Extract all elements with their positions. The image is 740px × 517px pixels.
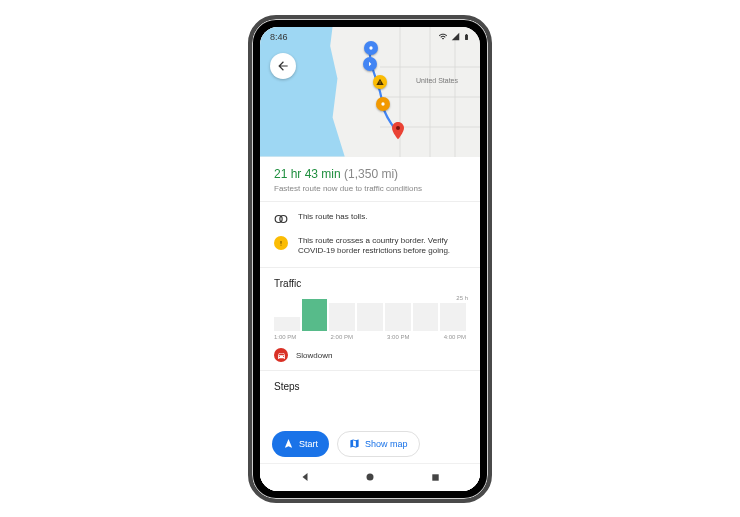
show-map-button[interactable]: Show map xyxy=(337,431,420,457)
traffic-bar xyxy=(329,303,355,331)
warning-icon xyxy=(274,236,288,250)
slowdown-icon xyxy=(274,348,288,362)
notice-tolls: This route has tolls. xyxy=(274,212,466,226)
traffic-x-label: 1:00 PM xyxy=(274,334,296,340)
start-button-label: Start xyxy=(299,439,318,449)
wifi-icon xyxy=(438,32,448,41)
square-recent-icon xyxy=(430,472,441,483)
svg-point-5 xyxy=(367,474,374,481)
svg-rect-6 xyxy=(432,474,438,480)
screen: 8:46 United States xyxy=(260,27,480,491)
route-subtitle: Fastest route now due to traffic conditi… xyxy=(274,184,466,193)
slowdown-label: Slowdown xyxy=(296,351,332,360)
route-turn-pin xyxy=(363,57,377,71)
show-map-button-label: Show map xyxy=(365,439,408,449)
signal-icon xyxy=(451,32,460,41)
route-caution-pin xyxy=(376,97,390,111)
traffic-y-label: 25 h xyxy=(456,295,468,301)
traffic-section: Traffic 25 h 1:00 PM 2:00 PM xyxy=(260,268,480,371)
arrow-left-icon xyxy=(276,59,290,73)
traffic-bar xyxy=(385,303,411,331)
svg-point-4 xyxy=(280,215,287,222)
traffic-bar xyxy=(440,303,466,331)
traffic-x-label: 4:00 PM xyxy=(444,334,466,340)
svg-point-1 xyxy=(381,102,384,105)
status-bar: 8:46 xyxy=(260,27,480,47)
route-summary: 21 hr 43 min (1,350 mi) Fastest route no… xyxy=(260,157,480,202)
notice-tolls-text: This route has tolls. xyxy=(298,212,367,223)
steps-section: Steps xyxy=(260,371,480,410)
notice-covid-text: This route crosses a country border. Ver… xyxy=(298,236,466,258)
route-warning-pin xyxy=(373,75,387,89)
traffic-title: Traffic xyxy=(274,278,466,289)
nav-home-button[interactable] xyxy=(350,471,390,483)
traffic-bar-current xyxy=(302,299,328,331)
android-nav-bar xyxy=(260,463,480,491)
status-indicators xyxy=(438,32,470,42)
back-button[interactable] xyxy=(270,53,296,79)
route-notices: This route has tolls. This route crosses… xyxy=(260,202,480,269)
nav-back-button[interactable] xyxy=(285,471,325,483)
traffic-chart: 25 h xyxy=(274,297,466,331)
battery-icon xyxy=(463,32,470,42)
svg-point-2 xyxy=(396,126,400,130)
phone-frame: 8:46 United States xyxy=(248,15,492,503)
traffic-x-label: 2:00 PM xyxy=(331,334,353,340)
triangle-back-icon xyxy=(299,471,311,483)
traffic-x-labels: 1:00 PM 2:00 PM 3:00 PM 4:00 PM xyxy=(274,334,466,340)
route-duration: 21 hr 43 min xyxy=(274,167,341,181)
tolls-icon xyxy=(274,212,288,226)
navigation-icon xyxy=(283,438,294,449)
nav-recent-button[interactable] xyxy=(415,472,455,483)
slowdown-row: Slowdown xyxy=(274,348,466,362)
map-icon xyxy=(349,438,360,449)
status-time: 8:46 xyxy=(270,32,288,42)
traffic-x-label: 3:00 PM xyxy=(387,334,409,340)
traffic-bar xyxy=(413,303,439,331)
map-country-label: United States xyxy=(416,77,458,84)
destination-pin-icon xyxy=(390,122,404,136)
route-distance: (1,350 mi) xyxy=(344,167,398,181)
notice-covid: This route crosses a country border. Ver… xyxy=(274,236,466,258)
circle-home-icon xyxy=(364,471,376,483)
traffic-bar xyxy=(357,303,383,331)
traffic-bar xyxy=(274,317,300,331)
start-button[interactable]: Start xyxy=(272,431,329,457)
steps-title: Steps xyxy=(274,381,466,392)
